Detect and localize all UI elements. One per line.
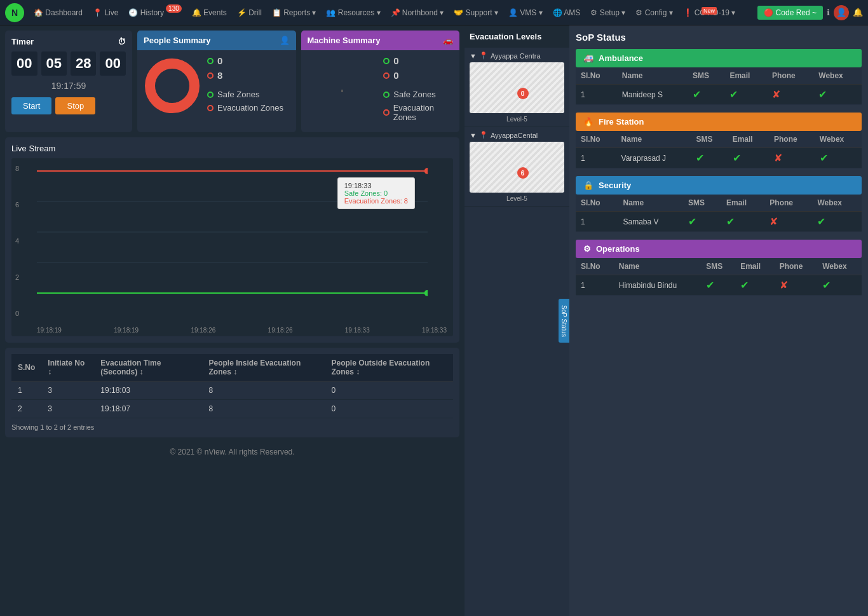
sop-fire-header[interactable]: 🔥 Fire Station: [576, 113, 862, 131]
stop-button[interactable]: Stop: [55, 97, 95, 114]
expand-icon-2[interactable]: ▼: [470, 132, 477, 139]
fire-row-1: 1 Varaprasad J ✔ ✔ ✘ ✔: [576, 148, 862, 168]
col-name: Name: [618, 195, 683, 212]
safe-count: 0: [217, 55, 222, 66]
people-summary-title: People Summary: [144, 36, 211, 45]
nav-history[interactable]: 🕘 History 130: [124, 6, 186, 20]
timer-header: Timer ⏱: [11, 37, 126, 46]
cell-phone: ✘: [767, 85, 813, 105]
footer-text: © 2021 © nView. All rights Reserved.: [170, 448, 294, 456]
col-webex: Webex: [812, 195, 862, 212]
ambulance-row-1: 1 Manideep S ✔ ✔ ✘ ✔: [576, 85, 862, 105]
nav-right: 🔴 Code Red ~ ℹ 👤 🔔: [755, 5, 863, 20]
logo[interactable]: N: [5, 3, 24, 22]
nav-events[interactable]: 🔔 Events: [187, 6, 231, 20]
sms-check: ✔: [688, 216, 696, 227]
nav-ams[interactable]: 🌐 AMS: [548, 6, 585, 20]
cell-sms: ✔: [683, 212, 721, 232]
machine-stats: 0 0 Safe Zones: [383, 55, 453, 126]
cell-email: ✔: [721, 212, 764, 232]
start-button[interactable]: Start: [11, 97, 51, 114]
sop-security-header[interactable]: 🔒 Security: [576, 176, 862, 195]
col-sms: SMS: [701, 258, 735, 275]
nav-drill[interactable]: ⚡ Drill: [233, 6, 266, 20]
nav-vms[interactable]: 👤 VMS ▾: [504, 6, 547, 20]
history-badge: 130: [166, 4, 182, 13]
cell-sno: 2: [11, 400, 41, 418]
operations-icon: ⚙: [583, 244, 591, 254]
nav-covid[interactable]: ❗ COVID-19 ▾ New: [679, 6, 740, 20]
bell-icon[interactable]: 🔔: [853, 8, 863, 17]
cell-sms: ✔: [691, 148, 727, 168]
chart-tooltip: 19:18:33 Safe Zones: 0 Evacuation Zones:…: [337, 177, 415, 209]
cell-inside: 8: [203, 400, 325, 418]
cell-name: Himabindu Bindu: [614, 275, 702, 296]
y-label-4: 4: [15, 237, 19, 245]
map-num-1: 0: [517, 88, 529, 99]
info-icon[interactable]: ℹ: [827, 8, 830, 17]
machine-safe-dot: [383, 58, 390, 64]
email-check: ✔: [726, 216, 735, 227]
phone-check: ✘: [774, 153, 782, 163]
expand-icon-1[interactable]: ▼: [470, 52, 477, 60]
cell-inside: 8: [203, 381, 325, 400]
nav-dashboard[interactable]: 🏠 Dashboard: [29, 6, 87, 20]
nav-northbond[interactable]: 📌 Northbond ▾: [386, 6, 449, 20]
nav-config[interactable]: ⚙ Config ▾: [631, 6, 677, 20]
cell-email: ✔: [735, 275, 775, 296]
timer-ms: 00: [100, 51, 125, 76]
machine-spacer: [308, 77, 377, 105]
nav-reports[interactable]: 📋 Reports ▾: [268, 6, 321, 20]
webex-check: ✔: [818, 89, 827, 100]
sms-check: ✔: [696, 153, 704, 163]
fire-label: Fire Station: [599, 117, 644, 127]
nav-support[interactable]: 🤝 Support ▾: [449, 6, 503, 20]
cell-outside: 0: [325, 400, 454, 418]
evac-loc-1-title: ▼ 📍 Ayyappa Centra: [470, 51, 564, 60]
sop-operations-header[interactable]: ⚙ Operations: [576, 240, 862, 258]
y-label-0: 0: [15, 310, 19, 317]
loc-icon-1: 📍: [479, 51, 488, 60]
machine-evac-label-text: Evacuation Zones: [393, 103, 453, 122]
webex-check: ✔: [817, 216, 825, 227]
col-email: Email: [724, 67, 767, 85]
col-phone: Phone: [769, 131, 815, 148]
cell-phone: ✘: [769, 148, 815, 168]
machine-safe-label-text: Safe Zones: [393, 90, 436, 99]
code-red-button[interactable]: 🔴 Code Red ~: [757, 6, 823, 20]
svg-point-2: [156, 70, 188, 102]
col-email: Email: [728, 131, 769, 148]
col-phone: Phone: [764, 195, 812, 212]
cell-initiate: 3: [41, 400, 94, 418]
col-name: Name: [617, 67, 688, 85]
col-outside: People Outside Evacuation Zones ↕: [325, 354, 454, 381]
navbar: N 🏠 Dashboard 📍 Live 🕘 History 130 🔔 Eve…: [0, 0, 868, 25]
cell-outside: 0: [325, 381, 454, 400]
nav-setup[interactable]: ⚙ Setup ▾: [586, 6, 630, 20]
nav-resources[interactable]: 👥 Resources ▾: [322, 6, 384, 20]
user-avatar[interactable]: 👤: [834, 5, 849, 20]
machine-safe-stat: 0: [383, 55, 453, 66]
evac-label-dot: [207, 105, 214, 111]
machine-bar: [341, 90, 343, 92]
cell-phone: ✘: [764, 212, 812, 232]
nav-live[interactable]: 📍 Live: [88, 6, 123, 20]
evac-level-1: Level-5: [470, 116, 564, 123]
evac-label-text: Evacuation Zones: [217, 103, 283, 113]
cell-name: Samaba V: [618, 212, 683, 232]
sop-status-tab[interactable]: SoP Status: [559, 299, 569, 343]
cell-sms: ✔: [688, 85, 724, 105]
table-row: 2 3 19:18:07 8 0: [11, 400, 453, 418]
col-email: Email: [721, 195, 764, 212]
sop-ambulance-header[interactable]: 🚑 Ambulance: [576, 49, 862, 67]
y-label-8: 8: [15, 165, 19, 172]
col-sms: SMS: [688, 67, 724, 85]
fire-table: Sl.No Name SMS Email Phone Webex 1 Varap…: [576, 131, 862, 168]
operations-table: Sl.No Name SMS Email Phone Webex 1 Himab…: [576, 258, 862, 296]
tooltip-time: 19:18:33: [344, 182, 408, 189]
timer-icon: ⏱: [118, 37, 126, 46]
svg-point-13: [424, 168, 428, 174]
donut-chart: [144, 57, 201, 114]
safe-label-dot: [207, 92, 214, 98]
x-label-4: 19:18:33: [345, 327, 370, 334]
